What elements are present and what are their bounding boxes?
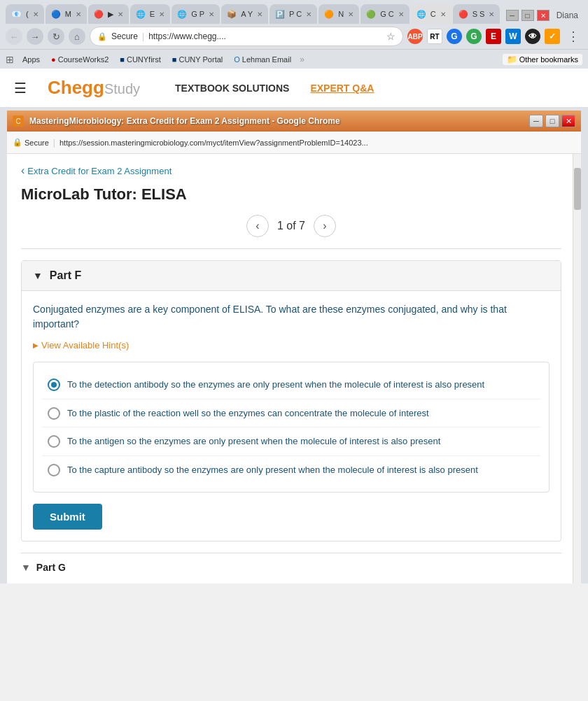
bm-more[interactable]: » bbox=[300, 55, 304, 64]
browser-frame: 📧(✕ 🔵M✕ 🔴▶✕ 🌐E✕ 🌐G P✕ 📦A Y✕ 🅿️P C✕ 🟠N✕ 🟢… bbox=[0, 0, 588, 583]
next-page-btn[interactable]: › bbox=[314, 215, 336, 237]
scroll-thumb[interactable] bbox=[574, 168, 581, 210]
option-3-text: To the antigen so the enzymes are only p… bbox=[67, 434, 440, 448]
option-4-row[interactable]: To the capture antibody so the enzymes a… bbox=[42, 456, 540, 484]
check-icon[interactable]: ✓ bbox=[545, 29, 560, 44]
w-icon[interactable]: W bbox=[505, 29, 521, 44]
option-2-row[interactable]: To the plastic of the reaction well so t… bbox=[42, 399, 540, 428]
part-f-section: ▼ Part F Conjugated enzymes are a key co… bbox=[21, 260, 561, 541]
hamburger-icon[interactable]: ☰ bbox=[14, 80, 27, 97]
inner-maximize-btn[interactable]: □ bbox=[545, 115, 559, 127]
tab-1[interactable]: 📧(✕ bbox=[6, 4, 44, 24]
option-3-radio[interactable] bbox=[48, 435, 60, 448]
menu-icon[interactable]: ⋮ bbox=[564, 29, 582, 44]
section-body: Conjugated enzymes are a key component o… bbox=[22, 291, 561, 541]
tab-7[interactable]: 🅿️P C✕ bbox=[270, 4, 317, 24]
tab-3[interactable]: 🔴▶✕ bbox=[88, 4, 129, 24]
nav-expert-qa[interactable]: EXPERT Q&A bbox=[310, 83, 374, 94]
page-title: MicroLab Tutor: ELISA bbox=[21, 185, 561, 204]
secure-icon: 🔒 bbox=[97, 32, 107, 41]
back-btn[interactable]: ← bbox=[6, 28, 22, 45]
prev-page-btn[interactable]: ‹ bbox=[246, 215, 269, 237]
dark-icon[interactable]: 👁 bbox=[525, 29, 540, 44]
inner-address-bar: 🔒 Secure | https://session.masteringmicr… bbox=[7, 132, 581, 154]
option-2-radio[interactable] bbox=[48, 407, 60, 420]
tab-5[interactable]: 🌐G P✕ bbox=[172, 4, 220, 24]
options-box: To the detection antibody so the enzymes… bbox=[33, 362, 550, 493]
scrollbar-vertical[interactable] bbox=[573, 154, 581, 583]
inner-secure-indicator: 🔒 Secure bbox=[13, 138, 49, 147]
apps-grid-icon: ⊞ bbox=[6, 54, 14, 65]
option-1-radio[interactable] bbox=[48, 378, 60, 391]
maximize-btn[interactable]: □ bbox=[522, 10, 534, 21]
next-section-label: Part G bbox=[36, 562, 66, 573]
question-text: Conjugated enzymes are a key component o… bbox=[33, 302, 550, 332]
radio-dot-1 bbox=[51, 382, 57, 388]
bm-cunyportal[interactable]: ■ CUNY Portal bbox=[169, 54, 225, 65]
chegg-nav: TEXTBOOK SOLUTIONS EXPERT Q&A bbox=[175, 83, 374, 94]
option-4-text: To the capture antibody so the enzymes a… bbox=[67, 463, 478, 477]
tab-9[interactable]: 🟢G C✕ bbox=[360, 4, 410, 24]
refresh-btn[interactable]: ↻ bbox=[48, 28, 64, 45]
minimize-btn[interactable]: ─ bbox=[506, 10, 519, 21]
inner-browser-window: C MasteringMicrobiology: Extra Credit fo… bbox=[7, 111, 581, 583]
option-1-row[interactable]: To the detection antibody so the enzymes… bbox=[42, 371, 540, 399]
abp-icon[interactable]: ABP bbox=[407, 29, 423, 44]
tab-6[interactable]: 📦A Y✕ bbox=[221, 4, 268, 24]
bm-other[interactable]: 📁 Other bookmarks bbox=[503, 54, 582, 65]
content-area: Extra Credit for Exam 2 Assignment Micro… bbox=[7, 154, 581, 583]
star-icon[interactable]: ☆ bbox=[386, 31, 396, 42]
bookmarks-bar: ⊞ Apps ● CourseWorks2 ■ CUNYfirst ■ CUNY… bbox=[0, 49, 588, 69]
toolbar-icons: ABP RT G G E W 👁 ✓ ⋮ bbox=[407, 29, 582, 44]
rt-icon[interactable]: RT bbox=[427, 29, 442, 44]
tab-11[interactable]: 🔴S S✕ bbox=[453, 4, 500, 24]
tab-8[interactable]: 🟠N✕ bbox=[318, 4, 359, 24]
bm-courseworks[interactable]: ● CourseWorks2 bbox=[48, 54, 111, 65]
next-section-arrow: ▼ bbox=[21, 562, 31, 573]
nav-textbook-solutions[interactable]: TEXTBOOK SOLUTIONS bbox=[175, 83, 289, 94]
collapse-arrow-icon[interactable]: ▼ bbox=[33, 270, 43, 281]
inner-favicon: C bbox=[13, 115, 24, 127]
option-4-radio[interactable] bbox=[48, 464, 60, 476]
home-btn[interactable]: ⌂ bbox=[69, 28, 85, 45]
tab-10-active[interactable]: 🌐C✕ bbox=[411, 4, 451, 24]
inner-content: Extra Credit for Exam 2 Assignment Micro… bbox=[7, 154, 581, 583]
option-1-text: To the detection antibody so the enzymes… bbox=[67, 378, 484, 392]
next-section-preview: ▼ Part G bbox=[21, 553, 561, 573]
close-btn[interactable]: ✕ bbox=[537, 10, 550, 21]
pagination: ‹ 1 of 7 › bbox=[21, 215, 561, 237]
option-2-text: To the plastic of the reaction well so t… bbox=[67, 406, 429, 420]
tab-4[interactable]: 🌐E✕ bbox=[130, 4, 170, 24]
option-3-row[interactable]: To the antigen so the enzymes are only p… bbox=[42, 427, 540, 456]
submit-button[interactable]: Submit bbox=[33, 504, 102, 530]
bold-icon[interactable]: E bbox=[486, 29, 501, 44]
bm-lehman[interactable]: O Lehman Email bbox=[231, 54, 294, 65]
g2-icon[interactable]: G bbox=[466, 29, 482, 44]
hint-link[interactable]: View Available Hint(s) bbox=[33, 340, 550, 350]
inner-minimize-btn[interactable]: ─ bbox=[529, 115, 543, 127]
pagination-text: 1 of 7 bbox=[277, 220, 305, 232]
tab-2[interactable]: 🔵M✕ bbox=[46, 4, 87, 24]
inner-close-btn[interactable]: ✕ bbox=[561, 115, 575, 127]
user-label: Diana bbox=[552, 10, 582, 20]
address-box[interactable]: 🔒 Secure | https://www.chegg.... ☆ bbox=[90, 27, 403, 46]
bm-apps[interactable]: Apps bbox=[20, 54, 43, 65]
inner-url-text: https://session.masteringmicrobiology.co… bbox=[59, 139, 575, 147]
inner-title-text: MasteringMicrobiology: Extra Credit for … bbox=[29, 116, 524, 126]
back-link[interactable]: Extra Credit for Exam 2 Assignment bbox=[21, 164, 561, 177]
section-header: ▼ Part F bbox=[22, 261, 561, 291]
g1-icon[interactable]: G bbox=[447, 29, 462, 44]
chegg-logo[interactable]: CheggStudy bbox=[48, 77, 140, 99]
separator bbox=[21, 248, 561, 249]
chegg-header: ☰ CheggStudy TEXTBOOK SOLUTIONS EXPERT Q… bbox=[0, 69, 588, 108]
section-title: Part F bbox=[50, 269, 81, 282]
address-bar-row: ← → ↻ ⌂ 🔒 Secure | https://www.chegg....… bbox=[0, 24, 588, 49]
inner-title-bar: C MasteringMicrobiology: Extra Credit fo… bbox=[7, 111, 581, 132]
bm-cunyfirst[interactable]: ■ CUNYfirst bbox=[117, 54, 164, 65]
forward-btn[interactable]: → bbox=[27, 28, 43, 45]
address-text: https://www.chegg.... bbox=[148, 31, 382, 41]
secure-label: Secure bbox=[111, 31, 138, 41]
inner-win-controls: ─ □ ✕ bbox=[529, 115, 575, 127]
